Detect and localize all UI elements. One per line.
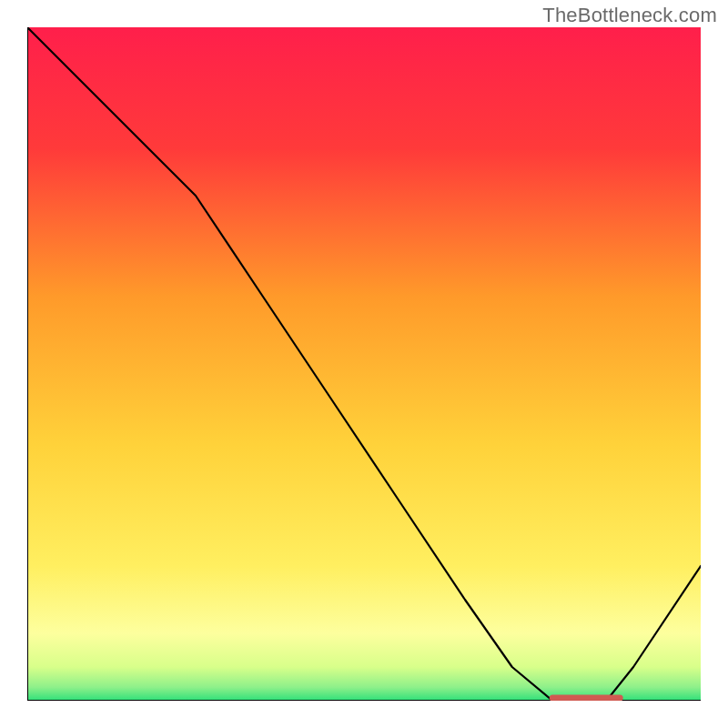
bottleneck-chart [27, 27, 701, 701]
watermark-text: TheBottleneck.com [542, 4, 717, 27]
chart-container: { "watermark": { "text": "TheBottleneck.… [0, 0, 728, 728]
plot-area [27, 27, 701, 701]
